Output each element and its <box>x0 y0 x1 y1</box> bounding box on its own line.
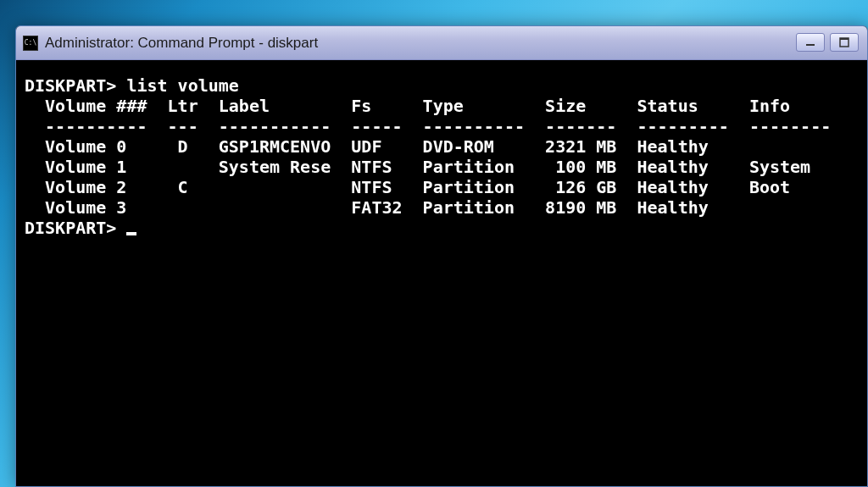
maximize-button[interactable] <box>830 33 859 52</box>
prompt-line-active: DISKPART> <box>25 218 859 238</box>
volume-row: Volume 0 D GSP1RMCENVO UDF DVD-ROM 2321 … <box>25 136 859 157</box>
command-prompt-window: C:\ Administrator: Command Prompt - disk… <box>15 25 868 487</box>
minimize-button[interactable] <box>796 33 825 52</box>
titlebar[interactable]: C:\ Administrator: Command Prompt - disk… <box>16 26 867 60</box>
terminal-output[interactable]: DISKPART> list volume Volume ### Ltr Lab… <box>16 60 867 486</box>
volume-row: Volume 1 System Rese NTFS Partition 100 … <box>25 157 859 177</box>
table-divider: ---------- --- ----------- ----- -------… <box>25 116 859 136</box>
prompt-text: DISKPART> <box>25 218 126 238</box>
window-controls <box>796 33 859 52</box>
minimize-icon <box>805 37 815 47</box>
table-header: Volume ### Ltr Label Fs Type Size Status… <box>25 96 859 116</box>
svg-rect-2 <box>840 38 849 40</box>
window-title: Administrator: Command Prompt - diskpart <box>45 35 860 52</box>
cmd-icon: C:\ <box>23 36 38 51</box>
desktop-background: C:\ Administrator: Command Prompt - disk… <box>0 0 868 487</box>
maximize-icon <box>839 37 849 47</box>
prompt-line: DISKPART> list volume <box>25 75 859 96</box>
cursor <box>126 232 136 235</box>
volume-row: Volume 3 FAT32 Partition 8190 MB Healthy <box>25 197 859 218</box>
volume-row: Volume 2 C NTFS Partition 126 GB Healthy… <box>25 177 859 197</box>
svg-rect-0 <box>806 44 815 46</box>
